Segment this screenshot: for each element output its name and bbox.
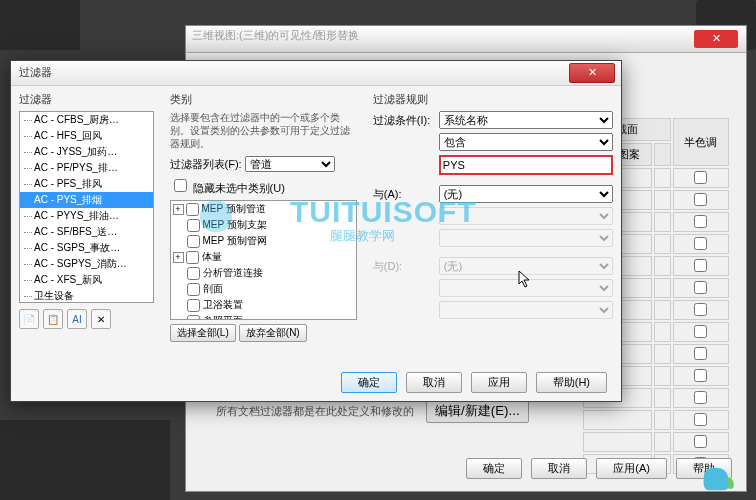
category-item[interactable]: 剖面 <box>171 281 356 297</box>
delete-icon[interactable]: ✕ <box>91 309 111 329</box>
bg-shape <box>0 0 80 50</box>
filter-item-selected[interactable]: AC - PYS_排烟 <box>20 192 153 208</box>
filter-item[interactable]: AC - XFS_新风 <box>20 272 153 288</box>
categories-desc: 选择要包含在过滤器中的一个或多个类别。设置类别的公共参数可用于定义过滤器规则。 <box>170 111 357 150</box>
filter-item[interactable]: AC - HFS_回风 <box>20 128 153 144</box>
apply-button[interactable]: 应用 <box>471 372 527 393</box>
category-item[interactable]: +体量 <box>171 249 356 265</box>
filter-dialog: 过滤器 ✕ 过滤器 AC - CFBS_厨房… AC - HFS_回风 AC -… <box>10 60 622 402</box>
filter-item[interactable]: AC - PF/PYS_排… <box>20 160 153 176</box>
and-op-select[interactable] <box>439 207 613 225</box>
filter-item[interactable]: AC - PFS_排风 <box>20 176 153 192</box>
ok-button[interactable]: 确定 <box>341 372 397 393</box>
categories-label: 类别 <box>170 92 357 107</box>
duplicate-icon[interactable]: 📋 <box>43 309 63 329</box>
cond-op-select[interactable]: 包含 <box>439 133 613 151</box>
category-item[interactable]: 分析管道连接 <box>171 265 356 281</box>
and-label: 与(A): <box>373 187 435 202</box>
ok-button[interactable]: 确定 <box>466 458 522 479</box>
filters-panel: 过滤器 AC - CFBS_厨房… AC - HFS_回风 AC - JYSS_… <box>11 86 162 366</box>
filter-item[interactable]: AC - CFBS_厨房… <box>20 112 153 128</box>
back-button-row: 确定 取消 应用(A) 帮助 <box>460 458 732 479</box>
cond-value-input[interactable] <box>439 155 613 175</box>
hide-unchecked-row: 隐藏未选中类别(U) <box>170 176 357 196</box>
halftone-check[interactable] <box>694 281 707 294</box>
help-button[interactable]: 帮助(H) <box>536 372 607 393</box>
filter-tree[interactable]: AC - CFBS_厨房… AC - HFS_回风 AC - JYSS_加药… … <box>19 111 154 303</box>
new-filter-icon[interactable]: 📄 <box>19 309 39 329</box>
category-item[interactable]: MEP 预制管网 <box>171 233 356 249</box>
halftone-check[interactable] <box>694 215 707 228</box>
filter-toolbar: 📄 📋 AI ✕ <box>19 309 154 329</box>
apply-button[interactable]: 应用(A) <box>596 458 667 479</box>
and-value-select[interactable] <box>439 229 613 247</box>
and2-op-select[interactable] <box>439 279 613 297</box>
halftone-check[interactable] <box>694 347 707 360</box>
halftone-check[interactable] <box>694 193 707 206</box>
cancel-button[interactable]: 取消 <box>406 372 462 393</box>
cond-param-select[interactable]: 系统名称 <box>439 111 613 129</box>
filters-info-text: 所有文档过滤器都是在此处定义和修改的 <box>216 404 414 419</box>
filter-item[interactable]: 卫生设备 <box>20 288 153 303</box>
dialog-titlebar[interactable]: 过滤器 ✕ <box>11 61 621 86</box>
dialog-title: 过滤器 <box>11 61 621 84</box>
filter-list-select[interactable]: 管道 <box>245 156 335 172</box>
and2-label: 与(D): <box>373 259 435 274</box>
cancel-button[interactable]: 取消 <box>531 458 587 479</box>
filter-item[interactable]: AC - SGPS_事故… <box>20 240 153 256</box>
hide-unchecked-check[interactable] <box>174 179 187 192</box>
dialog-footer: 确定 取消 应用 帮助(H) <box>335 372 607 393</box>
filter-item[interactable]: AC - SF/BFS_送… <box>20 224 153 240</box>
and2-select[interactable]: (无) <box>439 257 613 275</box>
edit-new-button[interactable]: 编辑/新建(E)... <box>426 399 529 423</box>
filter-list-row: 过滤器列表(F): 管道 <box>170 156 357 172</box>
cond-label: 过滤条件(I): <box>373 113 435 128</box>
halftone-check[interactable] <box>694 303 707 316</box>
halftone-check[interactable] <box>694 413 707 426</box>
category-list[interactable]: +MEP 预制管道 MEP 预制支架 MEP 预制管网 +体量 分析管道连接 剖… <box>170 200 357 320</box>
filter-item[interactable]: AC - JYSS_加药… <box>20 144 153 160</box>
halftone-check[interactable] <box>694 369 707 382</box>
bg-shape <box>0 420 170 500</box>
category-item[interactable]: +MEP 预制管道 <box>171 201 356 217</box>
category-item[interactable]: 参照平面 <box>171 313 356 320</box>
hide-unchecked-label: 隐藏未选中类别(U) <box>193 182 285 194</box>
halftone-check[interactable] <box>694 391 707 404</box>
halftone-check[interactable] <box>694 435 707 448</box>
select-all-button[interactable]: 选择全部(L) <box>170 324 236 342</box>
halftone-check[interactable] <box>694 171 707 184</box>
rules-panel: 过滤器规则 过滤条件(I): 系统名称 包含 与(A): (无) 与(D): ( <box>365 86 621 366</box>
brand-logo-icon <box>698 464 736 494</box>
halftone-check[interactable] <box>694 237 707 250</box>
back-window-title: 三维视图:(三维)的可见性/图形替换 <box>186 26 746 53</box>
filter-list-label: 过滤器列表(F): <box>170 158 242 170</box>
category-buttons: 选择全部(L) 放弃全部(N) <box>170 324 357 342</box>
rename-icon[interactable]: AI <box>67 309 87 329</box>
categories-panel: 类别 选择要包含在过滤器中的一个或多个类别。设置类别的公共参数可用于定义过滤器规… <box>162 86 365 366</box>
col-blank <box>654 143 671 166</box>
deselect-all-button[interactable]: 放弃全部(N) <box>239 324 307 342</box>
halftone-check[interactable] <box>694 325 707 338</box>
category-item[interactable]: 卫浴装置 <box>171 297 356 313</box>
close-icon[interactable]: ✕ <box>694 30 738 48</box>
halftone-check[interactable] <box>694 259 707 272</box>
col-halftone: 半色调 <box>673 118 729 166</box>
and-select[interactable]: (无) <box>439 185 613 203</box>
rules-label: 过滤器规则 <box>373 92 613 107</box>
filter-item[interactable]: AC - SGPYS_消防… <box>20 256 153 272</box>
close-icon[interactable]: ✕ <box>569 63 615 83</box>
filters-label: 过滤器 <box>19 92 154 107</box>
and2-value-select[interactable] <box>439 301 613 319</box>
category-item[interactable]: MEP 预制支架 <box>171 217 356 233</box>
filter-item[interactable]: AC - PYYS_排油… <box>20 208 153 224</box>
